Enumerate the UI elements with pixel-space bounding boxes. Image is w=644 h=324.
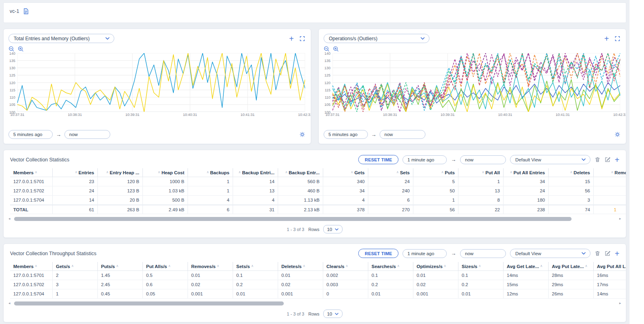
expand-icon[interactable] bbox=[615, 36, 620, 41]
column-header[interactable]: Avg Get Late...∧ bbox=[504, 262, 549, 270]
reset-time-button[interactable]: RESET TIME bbox=[358, 155, 398, 164]
y-tick-label: 140 bbox=[324, 52, 330, 56]
x-tick-label: 10:41:31 bbox=[555, 113, 570, 117]
cell: 127.0.0.1:5704 bbox=[10, 289, 53, 298]
column-header[interactable]: ∧Entries bbox=[53, 168, 98, 177]
chart-panel-entries-memory: Total Entries and Memory (Outliers) + bbox=[3, 29, 311, 144]
view-select-label: Default View bbox=[515, 157, 541, 162]
cell: 120 B bbox=[98, 177, 143, 186]
column-header[interactable]: ∧Removes bbox=[594, 168, 626, 177]
column-header[interactable]: Members∧ bbox=[10, 168, 53, 177]
column-header[interactable]: ∧Heap Cost bbox=[143, 168, 188, 177]
column-header[interactable]: ∧Put All Entries bbox=[504, 168, 549, 177]
right-gutter bbox=[630, 0, 644, 324]
charts-row: Total Entries and Memory (Outliers) + bbox=[3, 29, 626, 144]
chart-metric-select[interactable]: Total Entries and Memory (Outliers) bbox=[8, 34, 114, 43]
cell: 127.0.0.1:5704 bbox=[10, 196, 53, 204]
zoom-in-icon[interactable] bbox=[18, 46, 24, 52]
column-header[interactable]: ∧Deletes bbox=[549, 168, 594, 177]
column-header[interactable]: ∧Puts bbox=[413, 168, 458, 177]
view-select[interactable]: Default View bbox=[510, 249, 590, 258]
chart-canvas bbox=[17, 53, 305, 112]
cell: 13 bbox=[458, 186, 504, 195]
time-from-input[interactable] bbox=[8, 130, 53, 139]
sort-caret-icon: ∧ bbox=[351, 168, 353, 177]
edit-view-icon[interactable] bbox=[605, 157, 611, 163]
chart-zoom-controls bbox=[324, 46, 626, 52]
y-tick-label: 130 bbox=[9, 66, 15, 70]
scroll-left-icon[interactable]: ◂ bbox=[8, 301, 10, 305]
table-title: Vector Collection Statistics bbox=[10, 157, 69, 163]
column-header[interactable]: Members∧ bbox=[10, 262, 53, 270]
x-tick-label: 10:42:31 bbox=[298, 113, 311, 117]
arrow-right-icon: → bbox=[451, 157, 456, 163]
add-widget-button[interactable]: + bbox=[289, 36, 294, 41]
column-header[interactable]: ∧Backups bbox=[188, 168, 233, 177]
cell bbox=[594, 196, 626, 204]
column-header[interactable]: Deletes/s∧ bbox=[278, 262, 323, 270]
cell: 15 bbox=[549, 177, 594, 186]
column-header[interactable]: ∧Backup Entr... bbox=[278, 168, 323, 177]
chart-metric-label: Total Entries and Memory (Outliers) bbox=[14, 36, 90, 41]
rows-per-page-select[interactable]: 10 bbox=[323, 225, 343, 233]
gear-icon[interactable] bbox=[299, 132, 305, 137]
chart-panel-operations: Operations/s (Outliers) + bbox=[318, 29, 626, 144]
scroll-right-icon[interactable]: ▸ bbox=[619, 301, 621, 305]
gear-icon[interactable] bbox=[615, 132, 620, 137]
time-to-input[interactable] bbox=[380, 130, 425, 139]
scrollbar-thumb[interactable] bbox=[14, 301, 284, 305]
column-header[interactable]: Searches/s∧ bbox=[368, 262, 413, 270]
column-header[interactable]: Sizes/s∧ bbox=[458, 262, 504, 270]
column-header[interactable]: Avg Put Late...∧ bbox=[549, 262, 594, 270]
table-title: Vector Collection Throughput Statistics bbox=[10, 251, 96, 256]
sort-caret-icon: ∧ bbox=[206, 168, 209, 177]
column-header[interactable]: ∧Gets bbox=[323, 168, 368, 177]
cell: 378 bbox=[323, 205, 368, 214]
column-header[interactable]: Avg Put All L...∧ bbox=[594, 262, 626, 270]
cell: 34 bbox=[323, 186, 368, 195]
column-header[interactable]: ∧Backup Entri... bbox=[233, 168, 278, 177]
column-header[interactable]: Clears/s∧ bbox=[323, 262, 368, 270]
cell: 0.02 bbox=[278, 280, 323, 289]
time-from-input[interactable] bbox=[324, 130, 368, 139]
arrow-right-icon: → bbox=[371, 132, 376, 138]
cell: 6 bbox=[368, 196, 413, 204]
document-icon[interactable] bbox=[23, 8, 29, 14]
sort-caret-icon: ∧ bbox=[106, 168, 109, 177]
delete-view-icon[interactable] bbox=[594, 157, 601, 163]
add-view-button[interactable]: + bbox=[615, 157, 619, 163]
delete-view-icon[interactable] bbox=[594, 250, 601, 256]
chart-metric-select[interactable]: Operations/s (Outliers) bbox=[324, 34, 429, 43]
add-view-button[interactable]: + bbox=[615, 251, 619, 256]
add-widget-button[interactable]: + bbox=[604, 36, 609, 41]
column-header[interactable]: Put Alls/s∧ bbox=[143, 262, 188, 270]
time-to-input[interactable] bbox=[64, 130, 110, 139]
column-header[interactable]: ∧Sets bbox=[368, 168, 413, 177]
zoom-in-icon[interactable] bbox=[333, 46, 339, 52]
column-header[interactable]: Sets/s∧ bbox=[233, 262, 278, 270]
cell: 4 bbox=[323, 196, 368, 204]
scroll-left-icon[interactable]: ◂ bbox=[8, 217, 10, 221]
column-header[interactable]: Optimizes/s∧ bbox=[413, 262, 458, 270]
sort-caret-icon: ∧ bbox=[303, 262, 305, 270]
cell: 28ms bbox=[549, 271, 594, 280]
edit-view-icon[interactable] bbox=[605, 250, 611, 256]
time-from-input[interactable] bbox=[402, 155, 447, 164]
cell: 0.5 bbox=[143, 271, 188, 280]
expand-icon[interactable] bbox=[299, 36, 305, 41]
time-to-input[interactable] bbox=[460, 249, 506, 258]
column-header[interactable]: ∧Entry Heap ... bbox=[98, 168, 143, 177]
rows-per-page-select[interactable]: 10 bbox=[323, 310, 343, 318]
reset-time-button[interactable]: RESET TIME bbox=[358, 249, 398, 258]
scrollbar-thumb[interactable] bbox=[14, 217, 572, 221]
view-select[interactable]: Default View bbox=[510, 155, 590, 164]
scroll-right-icon[interactable]: ▸ bbox=[619, 217, 621, 221]
cell: 29ms bbox=[549, 280, 594, 289]
column-header[interactable]: Puts/s∧ bbox=[98, 262, 143, 270]
column-header[interactable]: Removes/s∧ bbox=[188, 262, 233, 270]
time-from-input[interactable] bbox=[402, 249, 447, 258]
column-header[interactable]: Gets/s∧ bbox=[53, 262, 98, 270]
column-header[interactable]: ∧Put All bbox=[458, 168, 504, 177]
cell: 0.01 bbox=[458, 289, 504, 298]
time-to-input[interactable] bbox=[460, 155, 506, 164]
